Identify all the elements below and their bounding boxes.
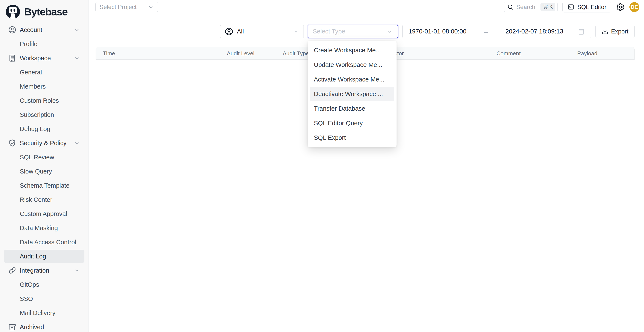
type-filter-placeholder: Select Type xyxy=(313,28,345,35)
menu-option-deactivate-workspace[interactable]: Deactivate Workspace ... xyxy=(310,87,394,101)
chevron-down-icon xyxy=(74,140,80,146)
sidebar-item-label: SQL Review xyxy=(20,154,54,161)
column-header-time: Time xyxy=(103,50,115,57)
sidebar-item-sso[interactable]: SSO xyxy=(4,292,84,305)
sidebar-item-label: General xyxy=(20,69,42,76)
search-placeholder: Search xyxy=(516,4,538,10)
chevron-down-icon xyxy=(74,27,80,33)
actor-filter-select[interactable]: All xyxy=(220,25,304,38)
sidebar-item-integration[interactable]: Integration xyxy=(4,264,84,277)
avatar[interactable]: DE xyxy=(630,2,639,12)
sidebar-item-label: GitOps xyxy=(20,281,39,288)
sidebar-item-label: Integration xyxy=(20,267,49,274)
sidebar-item-label: Slow Query xyxy=(20,168,52,175)
chevron-down-icon xyxy=(74,55,80,61)
topbar: Select Project Search ⌘ K SQL Editor DE xyxy=(88,0,644,14)
archive-icon xyxy=(8,323,16,331)
search-input[interactable]: Search ⌘ K xyxy=(504,2,558,12)
export-button[interactable]: Export xyxy=(596,25,634,38)
chevron-down-icon xyxy=(293,28,299,35)
sidebar-item-label: Debug Log xyxy=(20,126,50,133)
bytebase-logo-icon xyxy=(5,4,20,19)
sidebar-item-risk-center[interactable]: Risk Center xyxy=(4,193,84,206)
sidebar-item-general[interactable]: General xyxy=(4,66,84,79)
sidebar-item-label: Data Access Control xyxy=(20,239,76,246)
sidebar-item-label: Workspace xyxy=(20,55,51,62)
sidebar-item-slow-query[interactable]: Slow Query xyxy=(4,165,84,178)
sidebar-item-debug-log[interactable]: Debug Log xyxy=(4,122,84,136)
sidebar-item-security-policy[interactable]: Security & Policy xyxy=(4,136,84,150)
menu-option-activate-workspace-me[interactable]: Activate Workspace Me... xyxy=(310,72,394,87)
chevron-down-icon xyxy=(74,267,80,274)
chevron-down-icon xyxy=(386,28,393,35)
sidebar-item-profile[interactable]: Profile xyxy=(4,37,84,51)
sql-editor-label: SQL Editor xyxy=(577,4,606,10)
sidebar-item-custom-roles[interactable]: Custom Roles xyxy=(4,94,84,107)
sidebar-item-label: Subscription xyxy=(20,111,54,118)
sidebar-item-account[interactable]: Account xyxy=(4,23,84,36)
sidebar: Bytebase AccountProfileWorkspaceGeneralM… xyxy=(0,0,88,332)
type-filter-select[interactable]: Select Type xyxy=(308,25,398,38)
date-end-value: 2024-02-07 18:09:13 xyxy=(506,28,563,35)
sidebar-item-data-masking[interactable]: Data Masking xyxy=(4,221,84,235)
sidebar-item-label: Security & Policy xyxy=(20,140,66,147)
sidebar-item-sql-review[interactable]: SQL Review xyxy=(4,151,84,164)
sidebar-item-data-access-control[interactable]: Data Access Control xyxy=(4,235,84,249)
column-header-comment: Comment xyxy=(496,50,521,57)
calendar-icon xyxy=(578,28,585,35)
sidebar-item-label: Data Masking xyxy=(20,225,58,232)
terminal-icon xyxy=(567,3,574,10)
menu-option-sql-editor-query[interactable]: SQL Editor Query xyxy=(310,116,394,130)
menu-option-transfer-database[interactable]: Transfer Database xyxy=(310,101,394,116)
arrow-right-icon: → xyxy=(481,27,491,35)
sql-editor-button[interactable]: SQL Editor xyxy=(562,2,611,12)
link-icon xyxy=(8,266,16,275)
building-icon xyxy=(8,54,16,62)
sidebar-item-audit-log[interactable]: Audit Log xyxy=(4,250,84,263)
shield-check-icon xyxy=(8,139,16,147)
sidebar-item-label: Custom Approval xyxy=(20,210,67,217)
menu-option-sql-export[interactable]: SQL Export xyxy=(310,130,394,145)
column-header-audit-level: Audit Level xyxy=(227,50,254,57)
person-circle-icon xyxy=(225,27,233,36)
menu-option-update-workspace-me[interactable]: Update Workspace Me... xyxy=(310,57,394,72)
sidebar-item-label: Schema Template xyxy=(20,182,70,189)
topbar-right: Search ⌘ K SQL Editor DE xyxy=(504,2,639,12)
actor-filter-value: All xyxy=(237,28,244,35)
user-circle-icon xyxy=(8,26,16,34)
project-select-value: Select Project xyxy=(100,4,136,10)
sidebar-item-schema-template[interactable]: Schema Template xyxy=(4,179,84,192)
sidebar-nav: AccountProfileWorkspaceGeneralMembersCus… xyxy=(0,23,88,332)
sidebar-item-label: Audit Log xyxy=(20,253,46,260)
brand: Bytebase xyxy=(0,0,88,20)
sidebar-item-custom-approval[interactable]: Custom Approval xyxy=(4,207,84,220)
brand-wordmark: Bytebase xyxy=(24,6,68,18)
date-start-value: 1970-01-01 08:00:00 xyxy=(408,28,466,35)
sidebar-item-gitops[interactable]: GitOps xyxy=(4,278,84,291)
column-header-payload: Payload xyxy=(577,50,598,57)
chevron-down-icon xyxy=(148,4,154,10)
date-range-picker[interactable]: 1970-01-01 08:00:00 → 2024-02-07 18:09:1… xyxy=(402,25,591,38)
filter-bar: All Select Type 1970-01-01 08:00:00 → 20… xyxy=(88,14,644,39)
sidebar-item-label: Members xyxy=(20,83,46,90)
gear-icon[interactable] xyxy=(616,3,625,11)
main-area: Select Project Search ⌘ K SQL Editor DE … xyxy=(88,0,644,332)
export-label: Export xyxy=(611,28,628,35)
sidebar-item-label: Risk Center xyxy=(20,196,52,203)
project-select[interactable]: Select Project xyxy=(96,2,158,12)
sidebar-item-archived[interactable]: Archived xyxy=(4,321,84,332)
download-icon xyxy=(602,28,608,35)
sidebar-item-label: Profile xyxy=(20,40,38,48)
sidebar-item-label: Mail Delivery xyxy=(20,310,56,317)
sidebar-item-label: Custom Roles xyxy=(20,97,59,104)
search-shortcut: ⌘ K xyxy=(540,3,555,11)
sidebar-item-label: Archived xyxy=(20,324,44,331)
sidebar-item-mail-delivery[interactable]: Mail Delivery xyxy=(4,306,84,320)
sidebar-item-workspace[interactable]: Workspace xyxy=(4,51,84,65)
sidebar-item-label: SSO xyxy=(20,295,33,302)
sidebar-item-members[interactable]: Members xyxy=(4,80,84,93)
menu-option-create-workspace-me[interactable]: Create Workspace Me... xyxy=(310,43,394,57)
type-filter-menu: Create Workspace Me...Update Workspace M… xyxy=(308,41,396,147)
search-icon xyxy=(507,4,514,10)
sidebar-item-subscription[interactable]: Subscription xyxy=(4,108,84,121)
